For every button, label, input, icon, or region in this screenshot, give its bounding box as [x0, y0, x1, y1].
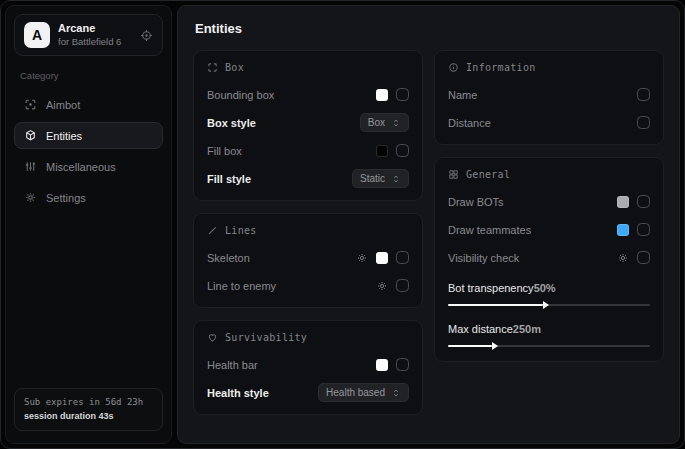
health-bar-label: Health bar	[207, 359, 376, 371]
information-card-header: Information	[448, 62, 650, 73]
sidebar-item-settings[interactable]: Settings	[14, 184, 163, 211]
sidebar-item-miscellaneous[interactable]: Miscellaneous	[14, 153, 163, 180]
draw-teammates-checkbox[interactable]	[637, 223, 650, 236]
category-label: Category	[20, 70, 157, 81]
bot-transpenency-slider[interactable]	[448, 301, 650, 309]
name-label: Name	[448, 89, 637, 101]
survivability-card: Survivability Health bar Health style He…	[193, 320, 423, 415]
health-style-label: Health style	[207, 387, 318, 399]
draw-bots-checkbox[interactable]	[637, 195, 650, 208]
visibility-check-checkbox[interactable]	[637, 251, 650, 264]
box-card: Box Bounding box Box style Box	[193, 50, 423, 201]
scan-corners-icon	[207, 62, 218, 73]
slider-fill	[448, 345, 492, 347]
app-name: Arcane	[58, 22, 132, 36]
app-header-card: A Arcane for Battlefield 6	[14, 14, 163, 56]
fill-style-value: Static	[360, 173, 385, 184]
distance-checkbox[interactable]	[637, 116, 650, 129]
heart-icon	[207, 332, 218, 343]
line-to-enemy-label: Line to enemy	[207, 280, 376, 292]
cube-icon	[24, 129, 37, 142]
visibility-check-label: Visibility check	[448, 252, 617, 264]
crosshair-icon	[24, 98, 37, 111]
main-panel: Entities Box Bounding box	[177, 5, 680, 444]
fill-box-color-swatch[interactable]	[376, 145, 388, 157]
info-circle-icon	[448, 62, 459, 73]
information-card: Information Name Distance	[434, 50, 664, 145]
slider-fill	[448, 304, 543, 306]
health-bar-row: Health bar	[207, 354, 409, 375]
page-title: Entities	[195, 21, 664, 36]
lines-card-title: Lines	[225, 225, 257, 236]
app-logo: A	[24, 22, 50, 48]
fill-box-checkbox[interactable]	[396, 144, 409, 157]
draw-teammates-color-swatch[interactable]	[617, 224, 629, 236]
draw-teammates-row: Draw teammates	[448, 219, 650, 240]
box-card-header: Box	[207, 62, 409, 73]
session-duration-text: session duration 43s	[24, 410, 153, 424]
draw-bots-color-swatch[interactable]	[617, 196, 629, 208]
arcane-window: { "app": { "name": "Arcane", "subtitle":…	[0, 0, 685, 449]
sidebar-item-label: Aimbot	[46, 99, 80, 111]
line-to-enemy-row: Line to enemy	[207, 275, 409, 296]
max-distance-slider[interactable]	[448, 342, 650, 350]
gear-icon[interactable]	[376, 280, 388, 292]
general-card-header: General	[448, 169, 650, 180]
chevron-up-down-icon	[391, 388, 401, 398]
information-card-title: Information	[466, 62, 536, 73]
health-style-value: Health based	[326, 387, 385, 398]
max-distance-label: Max distance	[448, 323, 513, 335]
app-subtitle: for Battlefield 6	[58, 36, 132, 48]
skeleton-label: Skeleton	[207, 252, 356, 264]
health-bar-checkbox[interactable]	[396, 358, 409, 371]
general-card: General Draw BOTs Draw teammates	[434, 157, 664, 362]
name-checkbox[interactable]	[637, 88, 650, 101]
grid-icon	[448, 169, 459, 180]
sidebar-item-label: Entities	[46, 130, 82, 142]
right-column: Information Name Distance	[434, 50, 664, 362]
pencil-line-icon	[207, 225, 218, 236]
box-style-dropdown[interactable]: Box	[360, 113, 409, 132]
subscription-info-card: Sub expires in 56d 23h session duration …	[14, 388, 163, 431]
sidebar-item-aimbot[interactable]: Aimbot	[14, 91, 163, 118]
health-bar-color-swatch[interactable]	[376, 359, 388, 371]
bounding-box-checkbox[interactable]	[396, 88, 409, 101]
health-style-dropdown[interactable]: Health based	[318, 383, 409, 402]
bounding-box-color-swatch[interactable]	[376, 89, 388, 101]
general-card-title: General	[466, 169, 510, 180]
sliders-icon	[24, 160, 37, 173]
skeleton-row: Skeleton	[207, 247, 409, 268]
left-column: Box Bounding box Box style Box	[193, 50, 423, 415]
sidebar-item-label: Miscellaneous	[46, 161, 116, 173]
visibility-check-row: Visibility check	[448, 247, 650, 268]
skeleton-color-swatch[interactable]	[376, 252, 388, 264]
sidebar: A Arcane for Battlefield 6 Category Aimb…	[5, 5, 172, 444]
distance-label: Distance	[448, 117, 637, 129]
gear-icon[interactable]	[617, 252, 629, 264]
max-distance-value: 250m	[513, 323, 541, 335]
bot-transpenency-label: Bot transpenency	[448, 282, 534, 294]
fill-style-dropdown[interactable]: Static	[352, 169, 409, 188]
line-to-enemy-checkbox[interactable]	[396, 279, 409, 292]
gear-icon[interactable]	[356, 252, 368, 264]
bounding-box-row: Bounding box	[207, 84, 409, 105]
max-distance-group: Max distance 250m	[448, 320, 650, 350]
draw-teammates-label: Draw teammates	[448, 224, 617, 236]
bot-transpenency-group: Bot transpenency 50%	[448, 279, 650, 309]
app-header-text: Arcane for Battlefield 6	[58, 22, 132, 48]
name-row: Name	[448, 84, 650, 105]
fill-style-label: Fill style	[207, 173, 352, 185]
draw-bots-label: Draw BOTs	[448, 196, 617, 208]
box-style-row: Box style Box	[207, 112, 409, 133]
target-icon[interactable]	[140, 29, 153, 42]
sidebar-item-entities[interactable]: Entities	[14, 122, 163, 149]
box-style-label: Box style	[207, 117, 360, 129]
health-style-row: Health style Health based	[207, 382, 409, 403]
lines-card-header: Lines	[207, 225, 409, 236]
box-style-value: Box	[368, 117, 385, 128]
survivability-card-title: Survivability	[225, 332, 307, 343]
chevron-up-down-icon	[391, 174, 401, 184]
box-card-title: Box	[225, 62, 244, 73]
distance-row: Distance	[448, 112, 650, 133]
skeleton-checkbox[interactable]	[396, 251, 409, 264]
